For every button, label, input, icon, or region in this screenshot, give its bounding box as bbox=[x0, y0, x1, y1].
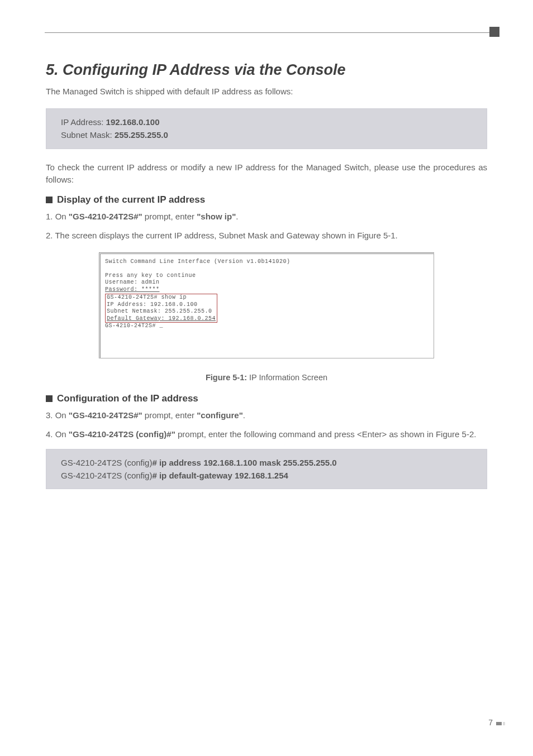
term-highlight-box: GS-4210-24T2S# show ip IP Address: 192.1… bbox=[105, 294, 217, 323]
page-tick-icon-light bbox=[503, 722, 505, 725]
term-line-version: Switch Command Line Interface (Version v… bbox=[105, 259, 429, 266]
step-4: 4. On "GS-4210-24T2S (config)#" prompt, … bbox=[46, 428, 487, 441]
display-heading-text: Display of the current IP address bbox=[57, 194, 205, 205]
config-heading: Configuration of the IP address bbox=[46, 393, 487, 404]
step1-post: . bbox=[236, 212, 238, 221]
step-3: 3. On "GS-4210-24T2S#" prompt, enter "co… bbox=[46, 409, 487, 422]
page-content: 5. Configuring IP Address via the Consol… bbox=[0, 0, 533, 489]
step4-prompt: "GS-4210-24T2S (config)#" bbox=[69, 429, 175, 439]
terminal-figure: Switch Command Line Interface (Version v… bbox=[99, 252, 434, 358]
defaults-ip-row: IP Address: 192.168.0.100 bbox=[61, 116, 472, 128]
step1-cmd: "show ip" bbox=[197, 212, 236, 221]
figure-caption-bold: Figure 5-1: bbox=[206, 373, 247, 382]
term-line-press: Press any key to continue bbox=[105, 272, 429, 280]
intro-text: The Managed Switch is shipped with defau… bbox=[46, 87, 487, 96]
step3-mid: prompt, enter bbox=[142, 410, 197, 420]
config-line2-bold: # ip default-gateway 192.168.1.254 bbox=[152, 471, 288, 480]
step4-pre: 4. On bbox=[46, 429, 69, 439]
step-2: 2. The screen displays the current IP ad… bbox=[46, 229, 487, 242]
step3-prompt: "GS-4210-24T2S#" bbox=[69, 410, 142, 420]
figure-caption-rest: IP Information Screen bbox=[247, 373, 327, 382]
config-line1-bold: # ip address 192.168.1.100 mask 255.255.… bbox=[152, 458, 336, 467]
page-tick-icon bbox=[496, 722, 502, 725]
config-line2-plain: GS-4210-24T2S (config) bbox=[61, 471, 152, 480]
term-line-pass: Password: ***** bbox=[105, 286, 429, 294]
defaults-mask-row: Subnet Mask: 255.255.255.0 bbox=[61, 128, 472, 141]
bullet-square-icon bbox=[46, 197, 53, 203]
mask-label: Subnet Mask: bbox=[61, 130, 115, 140]
config-commands-box: GS-4210-24T2S (config)# ip address 192.1… bbox=[46, 449, 487, 490]
page-title: 5. Configuring IP Address via the Consol… bbox=[46, 61, 487, 79]
term-box-gateway: Default Gateway: 192.168.0.254 bbox=[107, 315, 216, 323]
config-line1-plain: GS-4210-24T2S (config) bbox=[61, 458, 152, 467]
step3-post: . bbox=[243, 410, 245, 420]
check-paragraph: To check the current IP address or modif… bbox=[46, 161, 487, 186]
step1-pre: 1. On bbox=[46, 212, 69, 221]
page-number: 7 bbox=[488, 718, 493, 727]
term-box-ip: IP Address: 192.168.0.100 bbox=[107, 302, 216, 309]
term-box-showip: GS-4210-24T2S# show ip bbox=[107, 294, 216, 302]
step-1: 1. On "GS-4210-24T2S#" prompt, enter "sh… bbox=[46, 210, 487, 223]
config-cmd-line2: GS-4210-24T2S (config)# ip default-gatew… bbox=[61, 469, 472, 482]
step3-pre: 3. On bbox=[46, 410, 69, 420]
display-heading: Display of the current IP address bbox=[46, 194, 487, 205]
terminal-window: Switch Command Line Interface (Version v… bbox=[99, 252, 434, 358]
ip-label: IP Address: bbox=[61, 117, 106, 127]
term-line-prompt: GS-4210-24T2S# _ bbox=[105, 323, 429, 330]
top-rule bbox=[45, 32, 499, 33]
config-heading-text: Configuration of the IP address bbox=[57, 393, 198, 404]
top-decor-block bbox=[489, 27, 499, 37]
step3-cmd: "configure" bbox=[197, 410, 243, 420]
defaults-box: IP Address: 192.168.0.100 Subnet Mask: 2… bbox=[46, 108, 487, 149]
step1-prompt: "GS-4210-24T2S#" bbox=[69, 212, 142, 221]
ip-value: 192.168.0.100 bbox=[106, 117, 160, 127]
bullet-square-icon bbox=[46, 395, 53, 402]
term-box-mask: Subnet Netmask: 255.255.255.0 bbox=[107, 308, 216, 315]
step4-mid: prompt, enter the following command and … bbox=[175, 429, 477, 439]
config-cmd-line1: GS-4210-24T2S (config)# ip address 192.1… bbox=[61, 456, 472, 469]
step1-mid: prompt, enter bbox=[142, 212, 197, 221]
figure-caption: Figure 5-1: IP Information Screen bbox=[46, 373, 487, 382]
term-line-user: Username: admin bbox=[105, 279, 429, 286]
mask-value: 255.255.255.0 bbox=[115, 130, 168, 140]
